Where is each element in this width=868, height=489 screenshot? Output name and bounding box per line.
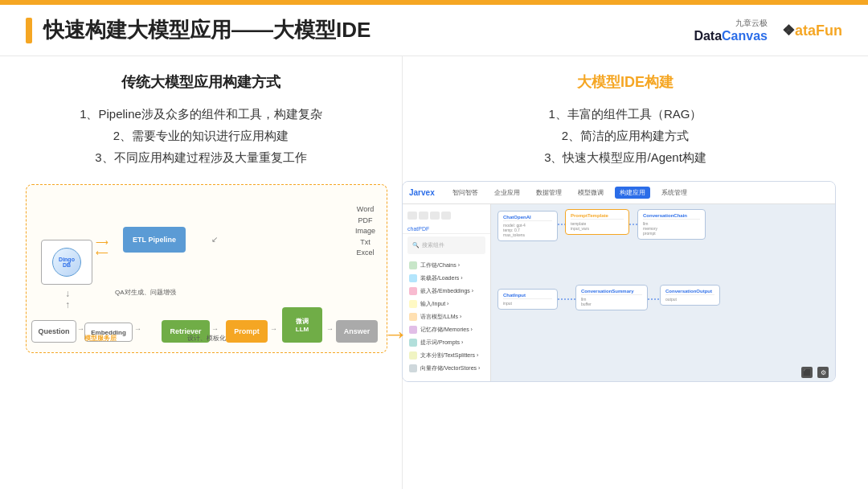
node-title-4: ChatInput [503, 293, 552, 299]
ide-menu-embeddings[interactable]: 嵌入器/Embeddings › [403, 285, 490, 298]
right-list-item-1: 1、丰富的组件工具（RAG） [402, 103, 849, 125]
embeddings-icon [409, 287, 417, 295]
node-field-3: max_tokens [503, 232, 552, 237]
file-type-image: Image [355, 226, 375, 237]
node-field-5: input_vars [571, 226, 624, 231]
arrow-right-1: ⟶ [96, 237, 108, 248]
toolbar-settings-icon[interactable]: ⚙ [817, 367, 829, 378]
file-type-word: Word [355, 204, 375, 216]
arrow-emb-ret: → [134, 325, 141, 333]
ide-menu-chains[interactable]: 工作链/Chains › [403, 259, 490, 272]
etl-down-arrow: ↙ [211, 235, 218, 244]
node-title-2: PromptTemplate [571, 213, 624, 220]
service-label: 模型服务层 [84, 334, 117, 343]
ide-nav-zhiwen: 智问智答 [448, 187, 483, 199]
arrow-left-1: ⟵ [96, 248, 108, 258]
ide-screenshot: Jarvex 智问智答 企业应用 数据管理 模型微调 构建应用 系统管理 [402, 181, 836, 382]
logo-datafun: ❖ataFun [782, 22, 842, 39]
node-field-11: buffer [581, 302, 642, 306]
loaders-icon [409, 274, 417, 282]
ide-menu-input[interactable]: 输入/input › [403, 298, 490, 310]
ide-menu-loaders[interactable]: 装载器/Loaders › [403, 272, 490, 285]
left-list-item-2: 2、需要专业的知识进行应用构建 [26, 125, 376, 146]
question-box: Question [31, 320, 76, 343]
big-transition-arrow: → [371, 314, 420, 354]
left-section-title: 传统大模型应用构建方式 [26, 72, 376, 92]
header: 快速构建大模型应用——大模型IDE 九章云极 DataCanvas ❖ataFu… [0, 5, 868, 56]
ide-body: chatPDF 🔍 搜索组件 工作链/Chains › 装载器/Loaders … [403, 204, 835, 381]
ide-node-output: ConversationOutput output [660, 285, 720, 306]
ide-nav-xitong: 系统管理 [657, 187, 692, 199]
ide-tab-row [403, 209, 490, 222]
chains-icon [409, 261, 417, 269]
ide-sidebar: chatPDF 🔍 搜索组件 工作链/Chains › 装载器/Loaders … [403, 204, 491, 381]
right-list-item-3: 3、快速大模型应用/Agent构建 [402, 146, 849, 168]
vectorstores-label: 向量存储/VectorStores › [420, 364, 480, 372]
right-section-title: 大模型IDE构建 [402, 72, 849, 92]
arrow-down: ↓ [65, 288, 70, 299]
ide-search-placeholder: 搜索组件 [422, 241, 444, 249]
input-label: 输入/input › [420, 300, 448, 308]
tab-icon-1 [407, 212, 417, 220]
node-title-5: ConversationSummary [581, 289, 642, 295]
ide-chat-tab: chatPDF [403, 224, 490, 234]
right-panel: 大模型IDE构建 1、丰富的组件工具（RAG） 2、简洁的应用构建方式 3、快速… [402, 56, 868, 489]
ide-bottom-toolbar: ⬛ ⚙ [801, 367, 829, 378]
node-title-1: ChatOpenAI [503, 215, 552, 221]
left-list-item-3: 3、不同应用构建过程涉及大量重复工作 [26, 146, 376, 168]
logo-datacanvas: DataCanvas [694, 29, 768, 43]
file-type-excel: Excel [355, 248, 375, 259]
arrow-prompt-ft: → [270, 325, 277, 333]
arrow-ret-prompt: → [211, 325, 219, 333]
ide-nav-goujian[interactable]: 构建应用 [615, 187, 650, 199]
ide-node-chain: ConversationChain llm memory prompt [637, 209, 706, 240]
pipeline-diagram: Word PDF Image Txt Excel DingoDB ETL Pip… [26, 184, 387, 353]
ide-logo: Jarvex [409, 188, 435, 197]
node-field-12: output [665, 297, 714, 302]
etl-label: ETL Pipeline [133, 236, 176, 244]
left-panel: 传统大模型应用构建方式 1、Pipeline涉及众多的组件和工具，构建复杂 2、… [0, 56, 402, 489]
vectorstores-icon [409, 364, 417, 372]
ide-navbar: Jarvex 智问智答 企业应用 数据管理 模型微调 构建应用 系统管理 [403, 182, 835, 204]
left-list-item-1: 1、Pipeline涉及众多的组件和工具，构建复杂 [26, 103, 376, 125]
loaders-label: 装载器/Loaders › [420, 274, 463, 282]
ide-menu-vectorstores[interactable]: 向量存储/VectorStores › [403, 362, 490, 375]
arrow-q-emb: → [77, 325, 84, 333]
tab-icon-2 [419, 212, 428, 220]
dingo-db-box: DingoDB [41, 240, 92, 285]
logo-dc-data: Data [694, 29, 722, 43]
right-list: 1、丰富的组件工具（RAG） 2、简洁的应用构建方式 3、快速大模型应用/Age… [402, 103, 849, 168]
design-label: 设计、模板化 [187, 334, 226, 343]
prompt-box: Prompt [226, 320, 268, 343]
header-title-area: 快速构建大模型应用——大模型IDE [26, 16, 371, 44]
embeddings-label: 嵌入器/Embeddings › [420, 287, 473, 295]
ide-search-bar[interactable]: 🔍 搜索组件 [407, 236, 485, 254]
textsplitters-label: 文本分割/TextSplitters › [420, 351, 478, 360]
node-title-3: ConversationChain [643, 213, 700, 220]
finetune-bot-label: LLM [296, 326, 309, 333]
left-list: 1、Pipeline涉及众多的组件和工具，构建复杂 2、需要专业的知识进行应用构… [26, 103, 376, 168]
finetune-top-label: 微调 [296, 317, 309, 326]
arrow-ft-ans: → [326, 325, 334, 333]
toolbar-save-icon[interactable]: ⬛ [801, 367, 813, 378]
pipeline-diagram-wrapper: Word PDF Image Txt Excel DingoDB ETL Pip… [26, 184, 387, 369]
logo-dc-text: DataCanvas [694, 29, 768, 43]
ide-canvas: ChatOpenAI model: gpt-4 temp: 0.7 max_to… [491, 204, 835, 381]
qa-label: QA对生成、问题增强 [115, 288, 176, 297]
prompt-label: Prompt [234, 327, 260, 335]
input-icon [409, 300, 417, 308]
logo-dc-canvas: Canvas [722, 29, 768, 43]
tab-icon-4 [441, 212, 451, 220]
node-title-6: ConversationOutput [665, 289, 714, 295]
page-title: 快速构建大模型应用——大模型IDE [43, 16, 371, 44]
llms-label: 语言模型/LLMs › [420, 313, 461, 321]
node-field-9: input [503, 301, 552, 306]
chains-label: 工作链/Chains › [420, 261, 460, 269]
answer-label: Answer [344, 327, 371, 335]
dingo-etl-arrows: ⟶ [96, 237, 108, 248]
big-arrow-icon: → [383, 319, 408, 349]
etl-pipeline-box: ETL Pipeline [123, 227, 186, 253]
tab-icon-3 [430, 212, 440, 220]
finetune-box: 微调 LLM [282, 307, 322, 343]
node-field-8: prompt [643, 231, 700, 236]
